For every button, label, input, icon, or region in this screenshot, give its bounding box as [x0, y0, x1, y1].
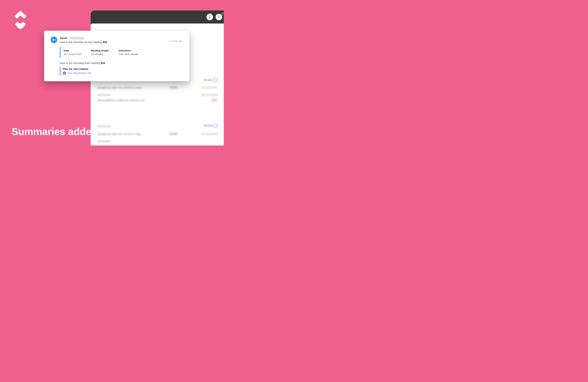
svg-rect-0	[52, 39, 54, 40]
recording-box: Plan for next release View Recording Lin…	[60, 67, 182, 75]
activity-row: changed due date from 12/1/20 to Today U…	[97, 132, 217, 136]
activity-row: changed due date from 12/1/20 to Today U…	[97, 86, 217, 89]
activity-date: Dec 20 at 20:04	[201, 133, 217, 135]
date-label: Date	[64, 49, 81, 52]
activity-row: commented	[97, 140, 217, 142]
resolve-label: Resolve	[204, 124, 213, 127]
activity-text: changed due date from 12/1/20 to Today	[97, 133, 141, 135]
checkbox-icon	[214, 78, 217, 82]
activity-date: Dec 14 at 20:03	[201, 94, 217, 96]
window-titlebar	[91, 10, 224, 23]
cloud-icon	[209, 12, 212, 16]
unread-pill: Unread	[169, 86, 178, 89]
clickup-logo	[11, 11, 29, 30]
zoom-icon	[51, 37, 57, 43]
resolve-button[interactable]: Resolve	[204, 78, 217, 82]
bolt-icon	[221, 12, 224, 16]
length-value: 15 minutes	[91, 53, 109, 56]
chevron-right-icon	[219, 89, 223, 93]
date-value: Jun 22 at 14:02	[64, 53, 81, 56]
read-tag: read	[211, 99, 217, 101]
card-timestamp: 4 mins ago	[170, 40, 182, 42]
resolve-label: Resolve	[204, 79, 213, 81]
next-arrow-button[interactable]	[219, 89, 223, 94]
recording-intro-line: Here is the recording from meeting 654	[60, 62, 182, 65]
zoom-summary-card: Zoom INTEGRATION Here is the summary for…	[44, 31, 189, 81]
integration-name: Zoom	[60, 37, 67, 40]
length-label: Meeting length	[91, 49, 109, 52]
view-recording-link[interactable]: View Recording Link	[67, 72, 91, 75]
activity-text: commented	[97, 93, 110, 96]
close-icon	[217, 16, 220, 19]
play-icon	[63, 72, 66, 75]
activity-text: adding date/time of when the comment was	[97, 99, 144, 101]
checkbox-icon	[214, 124, 217, 127]
attendees-label: Attendees	[119, 49, 138, 52]
activity-text: changed due date from 12/1/20 to Today	[97, 86, 141, 89]
activity-row: adding date/time of when the comment was…	[97, 99, 217, 101]
activity-row: linked to this	[97, 125, 217, 127]
attendees-value: Zeb, Nick, Nenad	[119, 53, 138, 56]
activity-date: Dec 20 at 20:04	[201, 86, 217, 89]
activity-link[interactable]: linked to this	[97, 125, 111, 127]
resolve-button[interactable]: Resolve	[204, 124, 217, 127]
integration-badge: INTEGRATION	[69, 37, 85, 40]
summary-intro-line: Here is the summary for the meeting 654	[60, 41, 182, 44]
meeting-summary-box: Date Jun 22 at 14:02 Meeting length 15 m…	[60, 47, 182, 58]
recording-title: Plan for next release	[63, 68, 180, 71]
activity-row: commented Dec 14 at 20:03	[97, 93, 217, 96]
activity-text: commented	[97, 140, 110, 142]
unread-pill: Unread	[169, 132, 178, 136]
